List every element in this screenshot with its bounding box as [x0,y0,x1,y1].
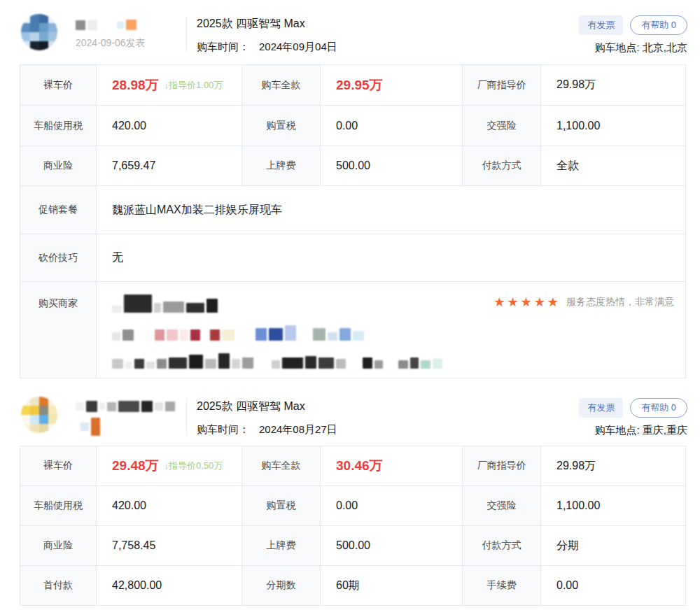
purchase-time-value: 2024年08月27日 [259,423,337,435]
field-value: 29.95万 [321,65,463,105]
field-label: 购置税 [242,486,321,525]
field-label: 上牌费 [242,146,321,185]
header-right: 有发票 有帮助 0 购车地点: 北京,北京 [579,11,687,55]
censored-username [76,401,181,412]
bare-car-price: 29.48万 [112,457,159,475]
dealer-info-cell: ★★★★★ 服务态度热情，非常满意 [97,282,685,378]
censored-dealer-address [112,353,674,369]
field-value: 30.46万 [321,446,463,485]
entry-header: 2025款 四驱智驾 Max 购车时间：2024年08月27日 有发票 有帮助 … [0,394,700,437]
field-label: 手续费 [463,566,541,605]
field-label: 付款方式 [463,146,541,185]
purchase-time: 购车时间：2024年08月27日 [197,423,337,437]
field-label: 购车全款 [242,446,321,485]
price-table: 裸车价 29.48万 ↓指导价0.50万 购车全款 30.46万 厂商指导价 2… [20,446,686,606]
promo-value: 魏派蓝山MAX加装二排娱乐屏现车 [97,186,685,234]
entry-header: 2024-09-06发表 2025款 四驱智驾 Max 购车时间：2024年09… [0,11,700,55]
field-value: 60期 [321,566,463,605]
field-label: 购置税 [242,106,321,146]
field-label: 裸车价 [20,446,97,485]
field-value: 500.00 [321,526,463,565]
field-label: 购车全款 [242,65,321,105]
table-row-promo: 促销套餐 魏派蓝山MAX加装二排娱乐屏现车 [20,186,685,234]
field-label: 车船使用税 [20,106,97,146]
bargain-value: 无 [97,234,685,281]
below-msrp-note: ↓指导价1.00万 [164,79,223,92]
publish-date: 2024-09-06发表 [76,37,181,50]
field-value: 420.00 [97,106,242,146]
helpful-button[interactable]: 有帮助 0 [630,15,687,35]
user-avatar[interactable] [21,397,57,433]
user-meta [76,394,181,436]
table-row-bargain: 砍价技巧 无 [20,234,685,282]
invoice-badge: 有发票 [579,15,623,35]
field-value: 0.00 [321,486,463,525]
dealer-rating: ★★★★★ 服务态度热情，非常满意 [493,295,674,310]
field-value: 420.00 [97,486,242,525]
field-value: 29.98万 [541,446,685,485]
field-label: 首付款 [20,566,97,605]
user-meta: 2024-09-06发表 [76,11,181,50]
field-label: 促销套餐 [20,186,97,234]
total-price: 30.46万 [336,457,383,475]
field-value: 全款 [541,146,685,185]
field-value: 7,659.47 [97,146,242,185]
field-value: 500.00 [321,146,463,185]
field-label: 交强险 [463,486,541,525]
field-value: 0.00 [541,566,685,605]
field-label: 交强险 [463,106,541,146]
purchase-time-label: 购车时间： [197,41,249,52]
table-row: 车船使用税 420.00 购置税 0.00 交强险 1,100.00 [20,486,685,526]
field-label: 商业险 [20,146,97,185]
total-price: 29.95万 [336,76,383,94]
field-label: 商业险 [20,526,97,565]
purchase-time-label: 购车时间： [197,423,249,435]
field-value: 7,758.45 [97,526,242,565]
table-row: 裸车价 29.48万 ↓指导价0.50万 购车全款 30.46万 厂商指导价 2… [20,446,685,486]
field-label: 厂商指导价 [463,65,541,105]
field-label: 分期数 [242,566,321,605]
field-label: 裸车价 [20,65,97,105]
rating-text: 服务态度热情，非常满意 [566,296,674,308]
field-label: 上牌费 [242,526,321,565]
field-value: 1,100.00 [541,486,685,525]
bare-car-price: 28.98万 [112,76,159,94]
purchase-time-value: 2024年09月04日 [259,41,337,52]
purchase-location: 购车地点: 重庆,重庆 [579,424,687,437]
field-value: 29.98万 [541,65,685,105]
price-table: 裸车价 28.98万 ↓指导价1.00万 购车全款 29.95万 厂商指导价 2… [20,64,686,378]
field-label: 砍价技巧 [20,234,97,281]
field-value: 0.00 [321,106,463,146]
field-value: 29.48万 ↓指导价0.50万 [97,446,242,485]
rating-stars-icon: ★★★★★ [493,295,561,310]
table-row: 车船使用税 420.00 购置税 0.00 交强险 1,100.00 [20,106,685,146]
field-value: 28.98万 ↓指导价1.00万 [97,65,242,105]
field-value: 1,100.00 [541,106,685,146]
table-row: 首付款 42,800.00 分期数 60期 手续费 0.00 [20,566,685,605]
purchase-location: 购车地点: 北京,北京 [579,41,687,55]
user-avatar[interactable] [21,14,57,50]
censored-user-badge [76,418,181,436]
table-row-dealer: 购买商家 [20,282,685,378]
field-value: 42,800.00 [97,566,242,605]
header-right: 有发票 有帮助 0 购车地点: 重庆,重庆 [579,394,687,437]
car-info: 2025款 四驱智驾 Max 购车时间：2024年08月27日 [197,394,337,437]
invoice-badge: 有发票 [579,398,623,418]
purchase-time: 购车时间：2024年09月04日 [197,41,337,54]
table-row: 裸车价 28.98万 ↓指导价1.00万 购车全款 29.95万 厂商指导价 2… [20,65,685,106]
field-label: 厂商指导价 [463,446,541,485]
table-row: 商业险 7,758.45 上牌费 500.00 付款方式 分期 [20,526,685,566]
field-label: 付款方式 [463,526,541,565]
table-row: 商业险 7,659.47 上牌费 500.00 付款方式 全款 [20,146,685,186]
field-label: 车船使用税 [20,486,97,525]
price-share-entry: 2025款 四驱智驾 Max 购车时间：2024年08月27日 有发票 有帮助 … [0,394,700,606]
car-model-title: 2025款 四驱智驾 Max [197,17,337,31]
below-msrp-note: ↓指导价0.50万 [164,460,223,472]
censored-dealer-tags [112,325,674,341]
price-share-entry: 2024-09-06发表 2025款 四驱智驾 Max 购车时间：2024年09… [0,11,700,378]
field-value: 分期 [541,526,685,565]
censored-username [76,20,181,30]
car-model-title: 2025款 四驱智驾 Max [197,399,337,414]
helpful-button[interactable]: 有帮助 0 [630,398,687,418]
car-info: 2025款 四驱智驾 Max 购车时间：2024年09月04日 [197,11,337,54]
